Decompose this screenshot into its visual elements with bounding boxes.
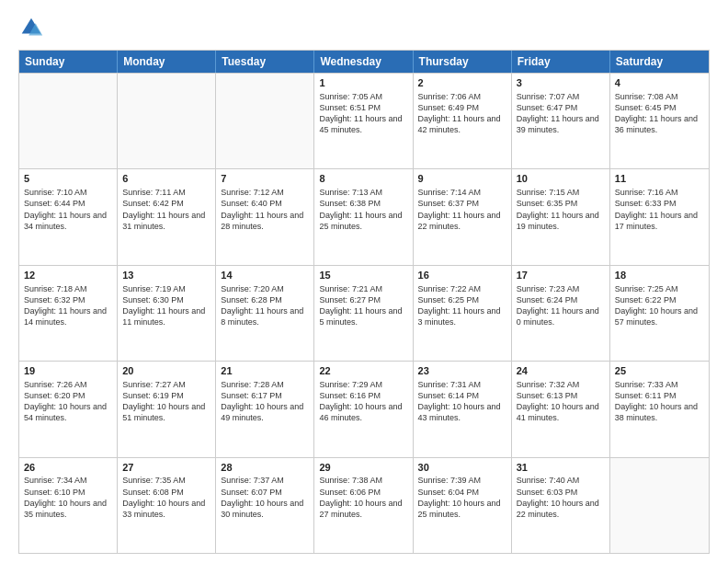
day-info: Sunrise: 7:16 AM Sunset: 6:33 PM Dayligh… <box>615 187 704 232</box>
day-info: Sunrise: 7:37 AM Sunset: 6:07 PM Dayligh… <box>221 475 309 520</box>
day-cell-25: 25Sunrise: 7:33 AM Sunset: 6:11 PM Dayli… <box>610 362 709 456</box>
day-info: Sunrise: 7:29 AM Sunset: 6:16 PM Dayligh… <box>319 379 407 424</box>
day-info: Sunrise: 7:21 AM Sunset: 6:27 PM Dayligh… <box>319 283 407 328</box>
day-number: 20 <box>122 364 210 378</box>
day-cell-19: 19Sunrise: 7:26 AM Sunset: 6:20 PM Dayli… <box>19 362 118 456</box>
day-cell-10: 10Sunrise: 7:15 AM Sunset: 6:35 PM Dayli… <box>512 169 610 264</box>
day-info: Sunrise: 7:12 AM Sunset: 6:40 PM Dayligh… <box>221 187 309 232</box>
calendar-header: SundayMondayTuesdayWednesdayThursdayFrid… <box>19 51 709 73</box>
day-cell-15: 15Sunrise: 7:21 AM Sunset: 6:27 PM Dayli… <box>314 266 413 361</box>
day-info: Sunrise: 7:06 AM Sunset: 6:49 PM Dayligh… <box>418 91 506 136</box>
day-info: Sunrise: 7:31 AM Sunset: 6:14 PM Dayligh… <box>418 379 506 424</box>
day-info: Sunrise: 7:05 AM Sunset: 6:51 PM Dayligh… <box>319 91 407 136</box>
day-cell-22: 22Sunrise: 7:29 AM Sunset: 6:16 PM Dayli… <box>314 362 413 456</box>
day-info: Sunrise: 7:10 AM Sunset: 6:44 PM Dayligh… <box>24 187 112 232</box>
day-cell-4: 4Sunrise: 7:08 AM Sunset: 6:45 PM Daylig… <box>610 74 709 168</box>
header-day-saturday: Saturday <box>610 51 709 73</box>
day-number: 1 <box>319 76 407 90</box>
day-number: 17 <box>517 269 605 282</box>
day-info: Sunrise: 7:26 AM Sunset: 6:20 PM Dayligh… <box>24 379 112 424</box>
day-cell-20: 20Sunrise: 7:27 AM Sunset: 6:19 PM Dayli… <box>118 362 216 456</box>
day-cell-7: 7Sunrise: 7:12 AM Sunset: 6:40 PM Daylig… <box>216 169 314 264</box>
header-day-monday: Monday <box>118 51 216 73</box>
week-row-2: 12Sunrise: 7:18 AM Sunset: 6:32 PM Dayli… <box>19 265 709 361</box>
day-number: 26 <box>24 461 112 475</box>
day-info: Sunrise: 7:11 AM Sunset: 6:42 PM Dayligh… <box>122 187 210 232</box>
week-row-0: 1Sunrise: 7:05 AM Sunset: 6:51 PM Daylig… <box>19 73 709 168</box>
day-info: Sunrise: 7:27 AM Sunset: 6:19 PM Dayligh… <box>122 379 210 424</box>
page: SundayMondayTuesdayWednesdayThursdayFrid… <box>0 0 728 563</box>
day-info: Sunrise: 7:07 AM Sunset: 6:47 PM Dayligh… <box>517 91 605 136</box>
day-info: Sunrise: 7:40 AM Sunset: 6:03 PM Dayligh… <box>517 475 605 520</box>
header-day-tuesday: Tuesday <box>216 51 314 73</box>
day-cell-14: 14Sunrise: 7:20 AM Sunset: 6:28 PM Dayli… <box>216 266 314 361</box>
header-day-thursday: Thursday <box>414 51 512 73</box>
day-cell-empty <box>610 458 709 553</box>
day-cell-17: 17Sunrise: 7:23 AM Sunset: 6:24 PM Dayli… <box>512 266 610 361</box>
day-cell-18: 18Sunrise: 7:25 AM Sunset: 6:22 PM Dayli… <box>610 266 709 361</box>
day-cell-6: 6Sunrise: 7:11 AM Sunset: 6:42 PM Daylig… <box>118 169 216 264</box>
day-cell-12: 12Sunrise: 7:18 AM Sunset: 6:32 PM Dayli… <box>19 266 118 361</box>
day-number: 23 <box>418 364 506 378</box>
day-info: Sunrise: 7:23 AM Sunset: 6:24 PM Dayligh… <box>517 283 605 328</box>
day-cell-2: 2Sunrise: 7:06 AM Sunset: 6:49 PM Daylig… <box>414 74 512 168</box>
day-number: 25 <box>615 364 704 378</box>
day-info: Sunrise: 7:14 AM Sunset: 6:37 PM Dayligh… <box>418 187 506 232</box>
day-info: Sunrise: 7:18 AM Sunset: 6:32 PM Dayligh… <box>24 283 112 328</box>
day-cell-23: 23Sunrise: 7:31 AM Sunset: 6:14 PM Dayli… <box>414 362 512 456</box>
day-cell-empty <box>19 74 118 168</box>
day-info: Sunrise: 7:35 AM Sunset: 6:08 PM Dayligh… <box>122 475 210 520</box>
day-cell-24: 24Sunrise: 7:32 AM Sunset: 6:13 PM Dayli… <box>512 362 610 456</box>
header-day-friday: Friday <box>512 51 610 73</box>
day-info: Sunrise: 7:08 AM Sunset: 6:45 PM Dayligh… <box>615 91 704 136</box>
day-cell-29: 29Sunrise: 7:38 AM Sunset: 6:06 PM Dayli… <box>314 458 413 553</box>
day-cell-26: 26Sunrise: 7:34 AM Sunset: 6:10 PM Dayli… <box>19 458 118 553</box>
day-info: Sunrise: 7:39 AM Sunset: 6:04 PM Dayligh… <box>418 475 506 520</box>
day-cell-empty <box>216 74 314 168</box>
day-cell-27: 27Sunrise: 7:35 AM Sunset: 6:08 PM Dayli… <box>118 458 216 553</box>
day-info: Sunrise: 7:19 AM Sunset: 6:30 PM Dayligh… <box>122 283 210 328</box>
day-cell-3: 3Sunrise: 7:07 AM Sunset: 6:47 PM Daylig… <box>512 74 610 168</box>
day-cell-5: 5Sunrise: 7:10 AM Sunset: 6:44 PM Daylig… <box>19 169 118 264</box>
day-number: 18 <box>615 269 704 282</box>
day-number: 7 <box>221 172 309 186</box>
day-number: 19 <box>24 364 112 378</box>
day-number: 5 <box>24 172 112 186</box>
week-row-3: 19Sunrise: 7:26 AM Sunset: 6:20 PM Dayli… <box>19 361 709 456</box>
day-info: Sunrise: 7:28 AM Sunset: 6:17 PM Dayligh… <box>221 379 309 424</box>
header <box>18 15 710 40</box>
day-cell-30: 30Sunrise: 7:39 AM Sunset: 6:04 PM Dayli… <box>414 458 512 553</box>
day-number: 9 <box>418 172 506 186</box>
day-number: 24 <box>517 364 605 378</box>
day-number: 30 <box>418 461 506 475</box>
day-cell-13: 13Sunrise: 7:19 AM Sunset: 6:30 PM Dayli… <box>118 266 216 361</box>
day-number: 31 <box>517 461 605 475</box>
day-cell-1: 1Sunrise: 7:05 AM Sunset: 6:51 PM Daylig… <box>314 74 413 168</box>
day-number: 27 <box>122 461 210 475</box>
day-number: 15 <box>319 269 407 282</box>
logo <box>18 15 48 40</box>
day-number: 22 <box>319 364 407 378</box>
day-number: 13 <box>122 269 210 282</box>
week-row-4: 26Sunrise: 7:34 AM Sunset: 6:10 PM Dayli… <box>19 457 709 553</box>
calendar: SundayMondayTuesdayWednesdayThursdayFrid… <box>18 50 710 554</box>
day-number: 14 <box>221 269 309 282</box>
day-number: 4 <box>615 76 704 90</box>
day-info: Sunrise: 7:25 AM Sunset: 6:22 PM Dayligh… <box>615 283 704 328</box>
day-info: Sunrise: 7:34 AM Sunset: 6:10 PM Dayligh… <box>24 475 112 520</box>
day-cell-28: 28Sunrise: 7:37 AM Sunset: 6:07 PM Dayli… <box>216 458 314 553</box>
logo-icon <box>18 15 44 40</box>
day-cell-11: 11Sunrise: 7:16 AM Sunset: 6:33 PM Dayli… <box>610 169 709 264</box>
day-info: Sunrise: 7:22 AM Sunset: 6:25 PM Dayligh… <box>418 283 506 328</box>
week-row-1: 5Sunrise: 7:10 AM Sunset: 6:44 PM Daylig… <box>19 168 709 264</box>
day-number: 12 <box>24 269 112 282</box>
day-cell-16: 16Sunrise: 7:22 AM Sunset: 6:25 PM Dayli… <box>414 266 512 361</box>
day-number: 3 <box>517 76 605 90</box>
day-info: Sunrise: 7:32 AM Sunset: 6:13 PM Dayligh… <box>517 379 605 424</box>
day-number: 8 <box>319 172 407 186</box>
day-info: Sunrise: 7:13 AM Sunset: 6:38 PM Dayligh… <box>319 187 407 232</box>
day-number: 10 <box>517 172 605 186</box>
day-info: Sunrise: 7:38 AM Sunset: 6:06 PM Dayligh… <box>319 475 407 520</box>
day-number: 2 <box>418 76 506 90</box>
day-cell-31: 31Sunrise: 7:40 AM Sunset: 6:03 PM Dayli… <box>512 458 610 553</box>
